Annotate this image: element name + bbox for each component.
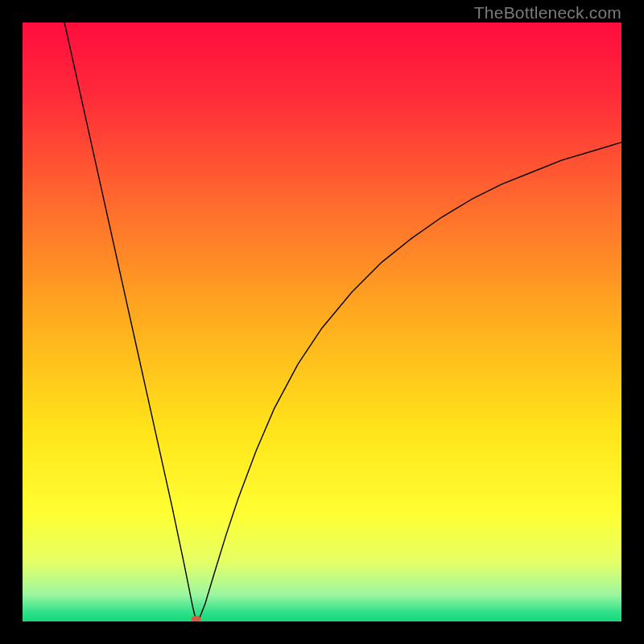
chart-frame [23, 23, 621, 621]
chart-svg [23, 23, 621, 621]
watermark-text: TheBottleneck.com [474, 3, 621, 23]
chart-background [23, 23, 621, 621]
